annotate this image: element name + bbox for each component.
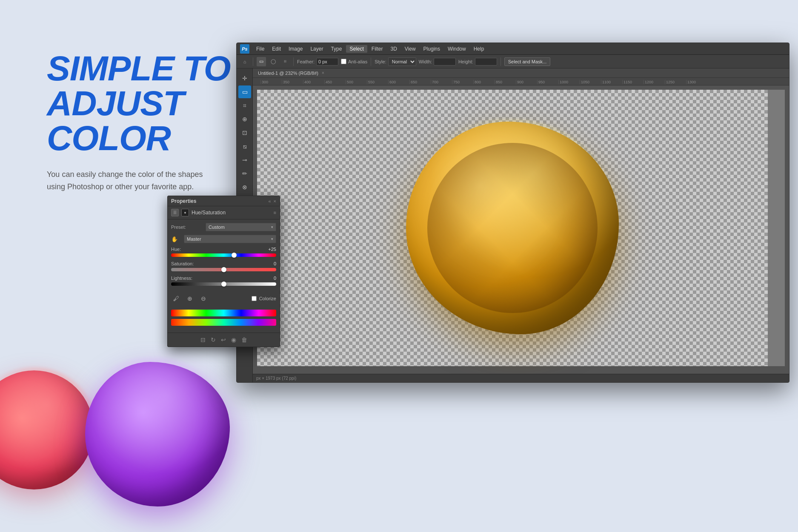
ps-style-select[interactable]: Normal	[388, 57, 416, 66]
panel-controls: « ×	[268, 199, 276, 204]
hue-slider-thumb[interactable]	[232, 253, 237, 258]
hue-value: +25	[268, 247, 276, 252]
preset-dropdown-arrow: ▾	[271, 225, 273, 229]
ps-brush-tool[interactable]: ✏	[238, 167, 251, 180]
ps-status-bar: px × 1973 px (72 ppi)	[253, 374, 789, 382]
ps-menu-help[interactable]: Help	[470, 45, 488, 53]
ruler-mark-650: 650	[409, 80, 431, 84]
title-line2: ADJUST COLOR	[47, 86, 260, 156]
hue-label: Hue:	[171, 247, 181, 252]
ps-width-input[interactable]	[434, 58, 456, 65]
preset-dropdown[interactable]: Custom ▾	[206, 223, 276, 231]
panel-menu-btn[interactable]: ≡	[274, 210, 276, 215]
ps-menubar: Ps File Edit Image Layer Type Select Fil…	[237, 43, 789, 55]
colorize-checkbox[interactable]	[252, 296, 257, 301]
ps-lasso-tool[interactable]: ⌗	[238, 99, 251, 112]
ps-antialias-label: Anti-alias	[348, 59, 367, 64]
ps-lasso-select-icon[interactable]: ⌗	[280, 57, 290, 66]
ps-menu-3d[interactable]: 3D	[387, 45, 400, 53]
ruler-mark-1200: 1200	[644, 80, 665, 84]
color-spectrum-top	[171, 310, 276, 316]
ps-clone-tool[interactable]: ⊗	[238, 181, 251, 193]
ps-home-icon[interactable]: ⌂	[240, 57, 249, 66]
ps-menu-file[interactable]: File	[253, 45, 268, 53]
ps-antialias-check[interactable]	[341, 59, 346, 64]
ps-menu-edit[interactable]: Edit	[269, 45, 284, 53]
subtitle: You can easily change the color of the s…	[47, 168, 209, 193]
channel-dropdown-arrow: ▾	[271, 237, 273, 241]
ps-separator-1	[253, 57, 253, 66]
saturation-slider-thumb[interactable]	[221, 267, 226, 272]
ps-ruler-horizontal: 300 350 400 450 500 550 600 650 700 750 …	[253, 78, 789, 85]
saturation-slider-track[interactable]	[171, 268, 276, 271]
ps-width-label: Width:	[419, 59, 432, 64]
ps-select-mask-btn[interactable]: Select and Mask...	[504, 57, 551, 66]
lightness-value: 0	[274, 276, 276, 281]
ps-feather-label: Feather:	[297, 59, 315, 64]
ps-style-group: Style: Normal	[375, 57, 416, 66]
ps-width-group: Width:	[419, 58, 456, 65]
panel-close-btn[interactable]: ×	[274, 199, 276, 204]
ps-menu-window[interactable]: Window	[444, 45, 469, 53]
lightness-slider-thumb[interactable]	[221, 282, 226, 287]
panel-visibility-icon[interactable]: ◉	[231, 336, 236, 343]
ps-canvas	[257, 90, 768, 366]
ps-menu-filter[interactable]: Filter	[368, 45, 386, 53]
eyedrop-row: 🖋 ⊕ ⊖ Colorize	[171, 290, 276, 307]
channel-dropdown[interactable]: Master ▾	[184, 235, 276, 243]
left-content: SIMPLE TO ADJUST COLOR You can easily ch…	[47, 51, 260, 193]
ps-rect-select-icon[interactable]: ▭	[257, 57, 266, 66]
hue-slider-track[interactable]	[171, 253, 276, 257]
eyedrop-set-btn[interactable]: 🖋	[171, 293, 181, 304]
channel-row: ✋ Master ▾	[171, 235, 276, 243]
ps-eyedropper-tool[interactable]: ⊸	[238, 154, 251, 166]
ps-style-label: Style:	[375, 59, 386, 64]
hue-header: Hue: +25	[171, 247, 276, 252]
panel-hs-icon: ●	[181, 209, 189, 216]
ps-height-input[interactable]	[475, 58, 497, 65]
ps-feather-input[interactable]	[316, 58, 338, 65]
ruler-mark-950: 950	[537, 80, 558, 84]
eyedrop-sub-btn[interactable]: ⊖	[198, 293, 209, 304]
ruler-mark-1300: 1300	[686, 80, 707, 84]
panel-layer-comp-icon[interactable]: ⊟	[200, 336, 206, 343]
ps-crop-tool[interactable]: ⊡	[238, 126, 251, 139]
panel-undo-icon[interactable]: ↩	[221, 336, 226, 343]
panel-delete-icon[interactable]: 🗑	[241, 336, 247, 343]
ps-ellipse-select-icon[interactable]: ◯	[269, 57, 278, 66]
ps-menu-image[interactable]: Image	[285, 45, 306, 53]
panel-collapse-btn[interactable]: «	[268, 199, 271, 204]
ps-document-tab[interactable]: Untitled-1 @ 232% (RGB/8#) ×	[253, 68, 789, 78]
ps-quick-select-tool[interactable]: ⊕	[238, 113, 251, 125]
ruler-mark-350: 350	[282, 80, 303, 84]
eyedrop-add-btn[interactable]: ⊕	[185, 293, 195, 304]
panel-adjustment-type: Hue/Saturation	[192, 210, 226, 216]
panel-body: Preset: Custom ▾ ✋ Master ▾ Hue: +25	[168, 219, 280, 333]
panel-reset-icon[interactable]: ↻	[211, 336, 216, 343]
saturation-slider-row: Saturation: 0	[171, 261, 276, 271]
lightness-slider-track[interactable]	[171, 282, 276, 286]
ruler-mark-900: 900	[516, 80, 537, 84]
ps-logo-icon: Ps	[240, 44, 249, 54]
ps-move-tool[interactable]: ✛	[238, 72, 251, 85]
ps-tab-close[interactable]: ×	[322, 71, 324, 75]
ruler-mark-800: 800	[473, 80, 495, 84]
ps-canvas-wrapper	[257, 90, 785, 366]
ruler-mark-1050: 1050	[580, 80, 601, 84]
photoshop-window: Ps File Edit Image Layer Type Select Fil…	[236, 43, 789, 383]
ps-status-info: px × 1973 px (72 ppi)	[256, 376, 296, 381]
ruler-mark-500: 500	[346, 80, 367, 84]
ps-slice-tool[interactable]: ⧅	[238, 140, 251, 153]
ps-menu-type[interactable]: Type	[327, 45, 345, 53]
ps-menu-layer[interactable]: Layer	[307, 45, 326, 53]
lightness-label: Lightness:	[171, 276, 192, 281]
ps-menu-select[interactable]: Select	[346, 45, 367, 53]
ps-menu-view[interactable]: View	[401, 45, 419, 53]
channel-value: Master	[187, 236, 201, 242]
ps-menu-plugins[interactable]: Plugins	[420, 45, 443, 53]
ruler-mark-400: 400	[303, 80, 324, 84]
panel-title: Properties	[171, 198, 196, 204]
panel-titlebar: Properties « ×	[168, 196, 280, 206]
ps-marquee-tool[interactable]: ▭	[238, 85, 251, 98]
channel-hand-icon[interactable]: ✋	[171, 236, 181, 242]
